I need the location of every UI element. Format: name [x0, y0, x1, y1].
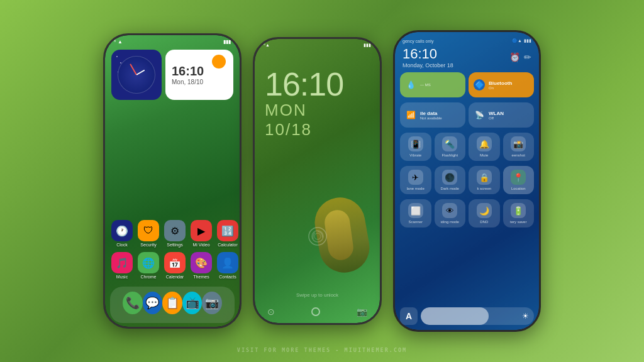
control-screen: gency calls only 🔵▲ ▮▮▮ 16:10 Monday, Oc…: [395, 32, 539, 330]
location-icon: 📍: [511, 170, 526, 185]
app-calendar-icon: 📅: [164, 252, 186, 273]
star-2: [120, 62, 121, 63]
control-time: 16:10: [402, 46, 453, 62]
airplane-label: lane mode: [407, 187, 425, 190]
mobile-name: ile data: [420, 111, 442, 116]
home-screen: ⁶ ▲ ▮▮▮ 16:10 Mon, 18/10: [105, 35, 240, 327]
toggle-wlan[interactable]: 📡 WLAN Off: [469, 102, 534, 128]
battery-icon-center: ▮▮▮: [364, 43, 371, 48]
app-clock[interactable]: 🕐 Clock: [111, 220, 133, 247]
wlan-icon: 📡: [474, 109, 485, 121]
mute-label: Mute: [480, 153, 488, 157]
btn-screenshot[interactable]: 📸 eenshot: [503, 133, 535, 161]
brightness-bar[interactable]: ☀: [421, 307, 534, 325]
phones-container: ⁶ ▲ ▮▮▮ 16:10 Mon, 18/10: [103, 30, 541, 332]
btn-scanner[interactable]: ⬜ Scanner: [400, 199, 431, 228]
clock-face: [118, 56, 155, 94]
control-time-row: 16:10 Monday, October 18 ⏰ ✏: [400, 45, 534, 70]
darkmode-icon: 🌑: [442, 170, 457, 185]
svg-point-1: [312, 231, 323, 242]
btn-flashlight[interactable]: 🔦 Flashlight: [435, 133, 466, 161]
lock-time: 16:10: [255, 49, 380, 101]
watermark: VISIT FOR MORE THEMES - MIUITHEMER.COM: [237, 347, 407, 353]
app-settings-label: Settings: [167, 243, 182, 247]
svg-point-0: [309, 228, 326, 245]
bt-sub: On: [489, 86, 512, 90]
location-label: Location: [511, 187, 526, 190]
btn-location[interactable]: 📍 Location: [503, 166, 535, 194]
app-contacts-label: Contacts: [219, 275, 236, 279]
app-music-icon: 🎵: [111, 252, 133, 273]
mobile-sub: Not available: [420, 116, 442, 120]
airplane-icon: ✈: [408, 170, 423, 185]
alarm-icon[interactable]: ⏰: [509, 52, 520, 62]
app-calendar[interactable]: 📅 Calendar: [164, 252, 186, 279]
sun-icon: [212, 55, 226, 69]
app-grid-row1: 🕐 Clock 🛡 Security ⚙ Settings ▶ Mi Video…: [105, 212, 240, 283]
phone-left: ⁶ ▲ ▮▮▮ 16:10 Mon, 18/10: [103, 33, 242, 329]
swipe-text: Swipe up to unlock: [296, 292, 338, 298]
lock-status-left: ⁶▲: [264, 43, 270, 48]
btn-airplane[interactable]: ✈ lane mode: [400, 166, 431, 194]
app-chrome-icon: 🌐: [138, 252, 159, 273]
app-music-label: Music: [116, 275, 128, 279]
app-mivideo-label: Mi Video: [192, 243, 209, 247]
dock-notes[interactable]: 📋: [162, 292, 182, 314]
app-calendar-label: Calendar: [166, 275, 184, 279]
vibrate-icon: 📳: [408, 136, 423, 151]
toggle-water[interactable]: 💧 — MS: [400, 72, 465, 97]
btn-riding[interactable]: 👁 iding mode: [435, 199, 466, 228]
app-themes[interactable]: 🎨 Themes: [191, 252, 212, 279]
control-bottom: A ☀: [400, 306, 534, 326]
app-music[interactable]: 🎵 Music: [111, 252, 133, 279]
app-settings-icon: ⚙: [164, 220, 186, 241]
dock-tv[interactable]: 📺: [182, 292, 203, 314]
svg-point-2: [314, 233, 321, 239]
dnd-icon: 🌙: [477, 203, 492, 218]
control-date: Monday, October 18: [402, 62, 453, 69]
text-size-button[interactable]: A: [400, 307, 418, 325]
time-widget[interactable]: 16:10 Mon, 18/10: [165, 50, 233, 100]
mobile-data-icon: 📶: [405, 109, 416, 121]
app-security[interactable]: 🛡 Security: [138, 220, 159, 247]
app-mivideo-icon: ▶: [191, 220, 212, 241]
lock-day: MON: [255, 101, 380, 120]
screenshot-icon: 📸: [511, 136, 526, 151]
btn-mute[interactable]: 🔔 Mute: [469, 133, 500, 161]
bt-icon-right: 🔵▲: [512, 38, 522, 43]
app-chrome[interactable]: 🌐 Chrome: [138, 252, 159, 279]
dock: 📞 💬 📋 📺 📷: [110, 287, 235, 323]
flashlight-label: Flashlight: [441, 153, 458, 157]
app-calculator[interactable]: 🔢 Calculator: [217, 220, 238, 247]
scanner-icon: ⬜: [408, 203, 423, 218]
btn-lockscreen[interactable]: 🔒 k screen: [469, 166, 500, 194]
lock-status-right: ▮▮▮: [364, 43, 371, 48]
toggle-mobile-data[interactable]: 📶 ile data Not available: [400, 102, 465, 128]
screenshot-label: eenshot: [512, 153, 525, 157]
app-chrome-label: Chrome: [141, 275, 157, 279]
btn-dnd[interactable]: 🌙 DND: [469, 199, 500, 228]
app-security-label: Security: [140, 243, 156, 247]
app-mivideo[interactable]: ▶ Mi Video: [191, 220, 212, 247]
dock-camera[interactable]: 📷: [202, 292, 222, 314]
wlan-text: WLAN Off: [489, 111, 504, 120]
scanner-label: Scanner: [409, 220, 423, 224]
app-settings[interactable]: ⚙ Settings: [164, 220, 186, 247]
vibrate-label: Vibrate: [409, 153, 421, 157]
toggle-bluetooth[interactable]: 🔷 Bluetooth On: [469, 72, 534, 97]
btn-battery-saver[interactable]: 🔋 tery saver: [503, 199, 535, 228]
battery-saver-label: tery saver: [510, 220, 526, 224]
lockscreen-icon: 🔒: [477, 170, 492, 185]
dock-phone[interactable]: 📞: [123, 292, 143, 314]
dock-messages[interactable]: 💬: [143, 292, 163, 314]
edit-icon[interactable]: ✏: [524, 52, 531, 62]
bluetooth-icon-left: ⁶: [114, 39, 116, 45]
clock-widget[interactable]: [111, 50, 162, 100]
btn-vibrate[interactable]: 📳 Vibrate: [400, 133, 431, 161]
toggle-row-2: 📶 ile data Not available 📡 WLAN Off: [400, 102, 534, 128]
app-contacts[interactable]: 👤 Contacts: [217, 252, 238, 279]
star-3: [118, 72, 118, 72]
btn-darkmode[interactable]: 🌑 Dark mode: [435, 166, 466, 194]
riding-label: iding mode: [441, 220, 459, 224]
lockscreen-label: k screen: [477, 187, 491, 190]
